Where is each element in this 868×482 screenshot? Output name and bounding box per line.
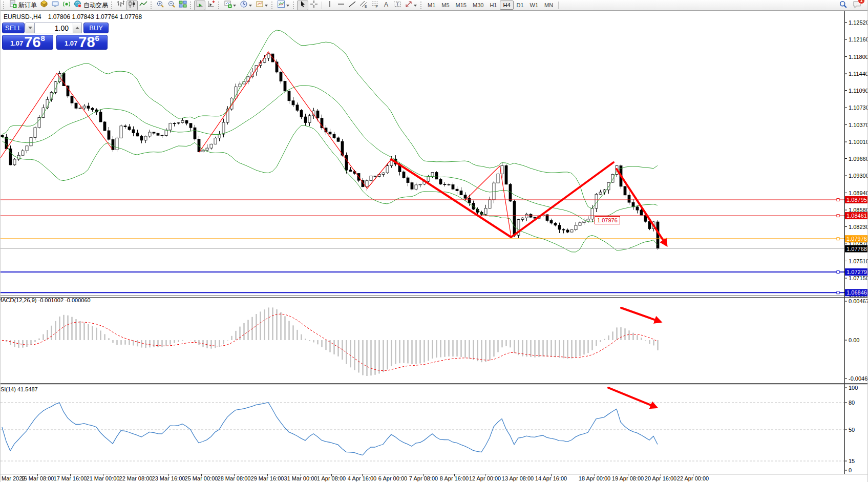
svg-text:1.10010: 1.10010	[849, 139, 868, 145]
price-scale[interactable]: 1.125201.121601.118001.114401.110901.107…	[844, 19, 868, 298]
trendline-tool-button[interactable]	[347, 1, 358, 10]
crosshair-tool-button[interactable]	[308, 1, 320, 10]
svg-text:4 Apr 16:00: 4 Apr 16:00	[348, 475, 376, 481]
new-order-icon	[9, 0, 17, 10]
tf-m1-button[interactable]: M1	[425, 1, 438, 10]
buy-price-pips: 78	[78, 35, 95, 49]
cursor-tool-button[interactable]	[297, 1, 308, 10]
svg-text:1.10370: 1.10370	[849, 122, 868, 128]
signal-button[interactable]	[61, 1, 72, 10]
new-order-button[interactable]: 新订单	[7, 1, 38, 10]
tf-h4-button[interactable]: H4	[500, 1, 513, 10]
auto-trading-icon	[74, 0, 82, 10]
fibonacci-tool-button[interactable]: F	[369, 1, 380, 10]
svg-text:16 Mar 08:00: 16 Mar 08:00	[21, 475, 54, 481]
chart-canvas[interactable]: 1.125201.121601.118001.114401.110901.107…	[1, 0, 868, 482]
trend-line[interactable]	[465, 166, 511, 237]
toolbar-grip[interactable]	[420, 2, 422, 9]
text-label-tool-button[interactable]: T	[392, 1, 403, 10]
indicator-scale[interactable]: 0.0046780.00-0.0046571008050150	[844, 298, 868, 473]
search-icon[interactable]	[839, 0, 848, 11]
line-chart-mode-button[interactable]	[138, 1, 149, 10]
svg-text:1.07279: 1.07279	[846, 269, 867, 275]
svg-text:1.12520: 1.12520	[849, 19, 868, 26]
terminal-icon	[51, 0, 59, 10]
volume-increase-button[interactable]	[73, 23, 82, 33]
toolbar-grip[interactable]	[111, 2, 113, 9]
new-chart-icon	[224, 0, 232, 10]
horizontal-lines[interactable]: 1.087951.084611.079761.077681.072791.068…	[1, 196, 868, 296]
buy-price-display[interactable]: 1.07 78 6	[56, 35, 108, 50]
zoom-in-button[interactable]	[155, 1, 166, 10]
zoom-out-button[interactable]	[166, 1, 177, 10]
volume-input[interactable]	[34, 23, 73, 33]
tf-m15-button[interactable]: M15	[453, 1, 470, 10]
svg-text:1.11090: 1.11090	[849, 88, 868, 94]
bar-chart-mode-button[interactable]	[115, 1, 126, 10]
auto-trading-button[interactable]: 自动交易	[72, 1, 110, 10]
notifications-button[interactable]: 1	[853, 0, 861, 11]
toolbar-grip[interactable]	[190, 2, 192, 9]
terminal-button[interactable]	[50, 1, 61, 10]
svg-text:T: T	[396, 2, 399, 7]
svg-text:100: 100	[849, 385, 858, 391]
template-icon	[256, 0, 264, 10]
toolbar-grip[interactable]	[293, 2, 295, 9]
candlestick-icon	[128, 0, 136, 10]
tile-windows-button[interactable]	[177, 1, 188, 10]
volume-preset-button[interactable]	[26, 23, 34, 33]
periods-button[interactable]	[238, 1, 254, 10]
one-click-trading-panel: SELL BUY 1.07 76 8 1.07 78 6	[2, 23, 109, 50]
trend-arrow[interactable]	[617, 169, 666, 245]
bar-chart-icon	[117, 0, 125, 10]
trendline-icon	[348, 0, 356, 10]
channel-tool-button[interactable]: E	[358, 1, 369, 10]
toolbar-separator	[558, 2, 559, 9]
templates-button[interactable]	[254, 1, 270, 10]
chevron-down-icon	[265, 5, 268, 8]
trend-arrow[interactable]	[621, 308, 660, 322]
sell-price-display[interactable]: 1.07 76 8	[2, 35, 53, 50]
trend-annotations[interactable]	[1, 52, 666, 407]
toolbar-grip[interactable]	[218, 2, 220, 9]
market-watch-button[interactable]	[38, 1, 50, 10]
tf-h1-button[interactable]: H1	[486, 1, 500, 10]
indicators-button[interactable]	[276, 1, 291, 10]
market-watch-icon	[40, 0, 48, 10]
auto-scroll-button[interactable]	[194, 1, 205, 10]
tf-d1-button[interactable]: D1	[514, 1, 527, 10]
sell-button[interactable]: SELL	[2, 23, 25, 33]
tile-windows-icon	[179, 0, 187, 10]
svg-text:1.08230: 1.08230	[849, 224, 868, 230]
chart-shift-button[interactable]	[205, 1, 217, 10]
tf-m30-button[interactable]: M30	[470, 1, 486, 10]
trend-arrow[interactable]	[608, 388, 656, 407]
buy-button[interactable]: BUY	[83, 23, 109, 33]
svg-text:F: F	[376, 5, 378, 8]
trading-terminal-window: 新订单 自动交易 E F A	[0, 0, 868, 482]
svg-text:23 Mar 16:00: 23 Mar 16:00	[152, 475, 185, 481]
horizontal-line-tool-button[interactable]	[335, 1, 347, 10]
svg-text:31 Mar 00:00: 31 Mar 00:00	[284, 475, 317, 481]
notification-badge: 1	[858, 0, 865, 4]
rsi-indicator-label: RSI(14) 41.5487	[0, 386, 38, 392]
text-label-icon: T	[393, 0, 401, 10]
toolbar-grip[interactable]	[271, 2, 273, 9]
arrows-tool-button[interactable]	[403, 1, 419, 10]
toolbar-separator	[322, 2, 322, 9]
svg-text:1.08940: 1.08940	[849, 190, 868, 196]
vertical-line-tool-button[interactable]	[324, 1, 335, 10]
chevron-down-icon	[233, 5, 236, 8]
text-tool-button[interactable]: A	[380, 1, 392, 10]
time-scale[interactable]: Mar 202216 Mar 08:0017 Mar 16:0021 Mar 0…	[2, 474, 709, 481]
svg-text:28 Mar 08:00: 28 Mar 08:00	[218, 475, 251, 481]
tf-mn-button[interactable]: MN	[541, 1, 556, 10]
candles	[1, 53, 659, 249]
tf-m5-button[interactable]: M5	[438, 1, 452, 10]
price-level-flag[interactable]: 1.07976	[595, 216, 620, 224]
toolbar-grip[interactable]	[3, 2, 5, 9]
new-chart-button[interactable]	[222, 1, 238, 10]
toolbar-grip[interactable]	[151, 2, 153, 9]
candlestick-mode-button[interactable]	[126, 1, 138, 10]
tf-w1-button[interactable]: W1	[527, 1, 542, 10]
